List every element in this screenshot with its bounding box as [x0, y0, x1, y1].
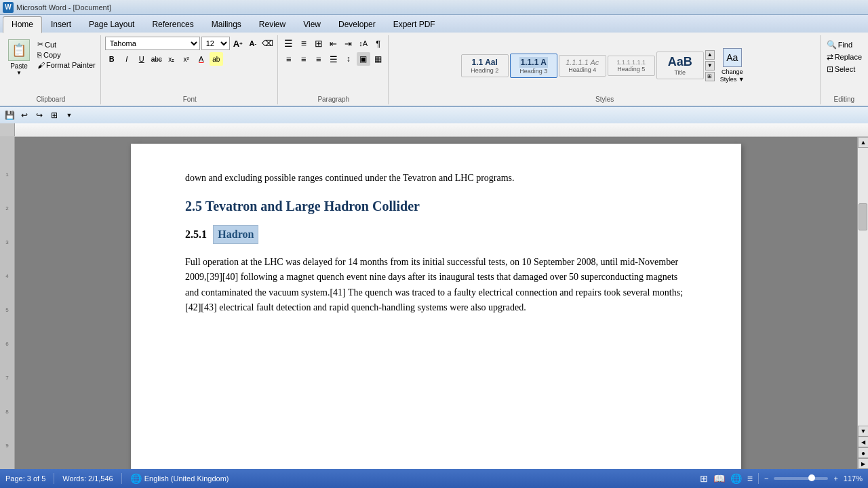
line-spacing-button[interactable]: ↕ — [342, 52, 355, 66]
scrollbar-thumb[interactable] — [859, 203, 867, 230]
copy-button[interactable]: ⎘ Copy — [35, 50, 98, 60]
tab-references[interactable]: References — [143, 16, 202, 33]
font-name-row: Tahoma 12 A+ A- ⌫ — [105, 37, 275, 50]
heading4-style[interactable]: 1.1.1.1 Ac Heading 4 — [559, 55, 606, 77]
ruler-track — [15, 123, 868, 136]
zoom-slider[interactable] — [774, 477, 828, 480]
styles-scroll-down[interactable]: ▼ — [705, 61, 715, 70]
next-page-button[interactable]: ▶ — [858, 458, 868, 469]
decrease-indent-button[interactable]: ⇤ — [327, 37, 340, 50]
select-browse-button[interactable]: ● — [858, 447, 868, 458]
change-styles-icon: Aa — [723, 48, 742, 67]
heading3-style[interactable]: 1.1.1 A Heading 3 — [510, 54, 557, 78]
scroll-down-button[interactable]: ▼ — [858, 426, 868, 436]
qa-redo[interactable]: ↪ — [33, 108, 46, 122]
ruler-mark-2: 2 — [0, 178, 14, 211]
show-formatting-button[interactable]: ¶ — [372, 37, 385, 50]
scrollbar-track[interactable] — [858, 148, 868, 426]
view-mode-web[interactable]: 🌐 — [730, 473, 742, 484]
tab-expert-pdf[interactable]: Expert PDF — [384, 16, 444, 33]
align-right-button[interactable]: ≡ — [312, 52, 326, 66]
highlight-button[interactable]: ab — [210, 52, 223, 66]
view-mode-print[interactable]: ⊞ — [700, 473, 708, 484]
cut-button[interactable]: ✂ Cut — [35, 39, 98, 49]
styles-scroll: ▲ ▼ ⊞ — [705, 50, 715, 81]
strikethrough-button[interactable]: abc — [150, 52, 163, 66]
word-count[interactable]: Words: 2/1,546 — [62, 474, 113, 483]
qa-save[interactable]: 💾 — [3, 108, 16, 122]
ruler-mark-8: 8 — [0, 381, 14, 415]
find-button[interactable]: 🔍 Find — [825, 39, 854, 50]
styles-scroll-up[interactable]: ▲ — [705, 50, 715, 60]
underline-button[interactable]: U — [135, 52, 149, 66]
font-color-button[interactable]: A — [195, 52, 208, 66]
view-mode-reading[interactable]: 📖 — [713, 473, 725, 484]
zoom-out-button[interactable]: − — [764, 474, 768, 483]
find-icon: 🔍 — [827, 40, 837, 49]
doc-body-paragraph: Full operation at the LHC was delayed fo… — [185, 255, 687, 316]
qa-dropdown[interactable]: ▼ — [62, 108, 76, 122]
justify-button[interactable]: ☰ — [327, 52, 340, 66]
section-2-5-1-container: 2.5.1 Hadron — [185, 225, 687, 244]
paste-button[interactable]: 📋 Paste ▼ — [4, 37, 34, 79]
change-styles-label: ChangeStyles ▼ — [720, 68, 745, 83]
clear-format-button[interactable]: ⌫ — [261, 37, 275, 50]
ribbon-content: 📋 Paste ▼ ✂ Cut ⎘ Copy — [0, 33, 868, 106]
zoom-level[interactable]: 117% — [844, 474, 863, 483]
zoom-thumb[interactable] — [808, 474, 815, 481]
change-styles-button[interactable]: Aa ChangeStyles ▼ — [716, 45, 749, 86]
numbering-button[interactable]: ≡ — [297, 37, 311, 50]
title-style[interactable]: AaB Title — [656, 52, 704, 79]
italic-button[interactable]: I — [120, 52, 134, 66]
copy-icon: ⎘ — [37, 51, 42, 59]
heading5-style[interactable]: 1.1.1.1.1.1 Heading 5 — [608, 56, 655, 76]
subscript-button[interactable]: x₂ — [165, 52, 178, 66]
replace-button[interactable]: ⇄ Replace — [825, 52, 864, 62]
qa-undo[interactable]: ↩ — [18, 108, 31, 122]
left-margin-ruler: 1 2 3 4 5 6 7 8 9 — [0, 137, 15, 469]
align-center-button[interactable]: ≡ — [297, 52, 311, 66]
clipboard-label: Clipboard — [4, 94, 98, 103]
tab-page-layout[interactable]: Page Layout — [80, 16, 143, 33]
styles-expand[interactable]: ⊞ — [705, 72, 715, 81]
scroll-up-button[interactable]: ▲ — [858, 137, 868, 148]
decrease-font-button[interactable]: A- — [246, 37, 260, 50]
section-2-5-heading: 2.5 Tevatron and Large Hadron Collider — [185, 199, 687, 214]
increase-indent-button[interactable]: ⇥ — [342, 37, 355, 50]
doc-paragraph-text: Full operation at the LHC was delayed fo… — [185, 257, 683, 312]
shading-button[interactable]: ▣ — [357, 52, 370, 66]
font-size-select[interactable]: 12 — [201, 37, 230, 50]
zoom-text: 117% — [844, 474, 863, 483]
qa-print[interactable]: ⊞ — [47, 108, 61, 122]
tab-home[interactable]: Home — [3, 16, 42, 33]
select-button[interactable]: ⊡ Select — [825, 64, 858, 75]
format-painter-button[interactable]: 🖌 Format Painter — [35, 60, 98, 70]
sort-button[interactable]: ↕A — [357, 37, 370, 50]
status-sep-2 — [121, 473, 122, 484]
increase-font-button[interactable]: A+ — [231, 37, 245, 50]
borders-button[interactable]: ▦ — [372, 52, 385, 66]
paste-dropdown[interactable]: ▼ — [16, 70, 22, 76]
page-indicator[interactable]: Page: 3 of 5 — [5, 474, 45, 483]
superscript-button[interactable]: x² — [180, 52, 193, 66]
bold-button[interactable]: B — [105, 52, 119, 66]
bullets-button[interactable]: ☰ — [282, 37, 296, 50]
tab-review[interactable]: Review — [250, 16, 294, 33]
tab-insert[interactable]: Insert — [42, 16, 80, 33]
align-left-button[interactable]: ≡ — [282, 52, 296, 66]
document-area[interactable]: down and excluding possible ranges conti… — [15, 137, 857, 469]
section-2-5-title: Tevatron and Large Hadron Collider — [205, 199, 420, 214]
multilevel-list-button[interactable]: ⊞ — [312, 37, 326, 50]
heading5-label: Heading 5 — [617, 66, 645, 73]
zoom-in-button[interactable]: + — [833, 474, 837, 483]
tab-mailings[interactable]: Mailings — [203, 16, 250, 33]
view-mode-outline[interactable]: ≡ — [747, 473, 753, 484]
status-sep-1 — [54, 473, 54, 484]
tab-developer[interactable]: Developer — [330, 16, 384, 33]
prev-page-button[interactable]: ◀ — [858, 436, 868, 447]
font-name-select[interactable]: Tahoma — [105, 37, 200, 50]
heading2-style[interactable]: 1.1 AaI Heading 2 — [461, 54, 509, 77]
zoom-plus-icon: + — [833, 474, 837, 483]
tab-view[interactable]: View — [294, 16, 330, 33]
language-indicator[interactable]: 🌐 English (United Kingdom) — [130, 473, 229, 484]
